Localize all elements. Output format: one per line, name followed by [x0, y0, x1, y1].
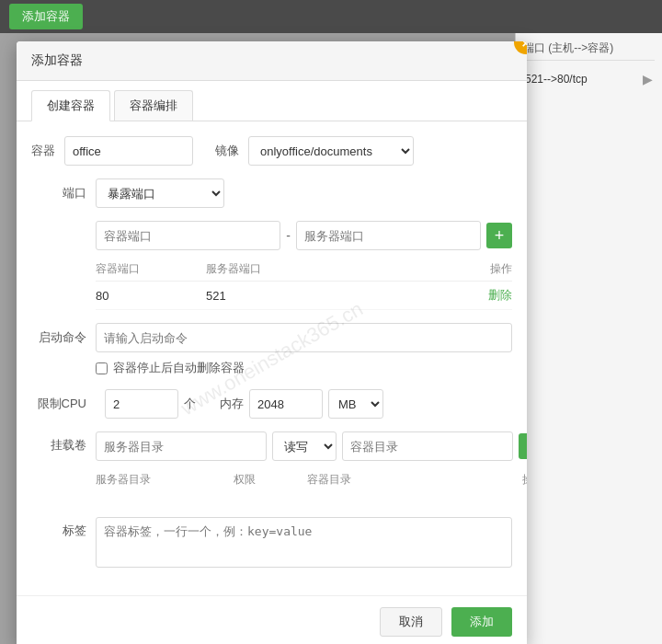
port-table-header: 容器端口 服务器端口 操作	[96, 258, 512, 282]
port-table: 容器端口 服务器端口 操作 80 521 删除	[31, 258, 512, 310]
mem-section: 内存 MB GB	[220, 389, 383, 419]
submit-button[interactable]: 添加	[451, 607, 512, 637]
col-header-container-dir: 容器目录	[307, 472, 489, 488]
tab-create-container[interactable]: 创建容器	[31, 90, 110, 121]
port-panel-title: 端口 (主机-->容器)	[523, 40, 655, 61]
auto-delete-checkbox[interactable]	[96, 362, 108, 374]
col-header-permission: 权限	[234, 472, 307, 488]
image-label: 镜像	[215, 143, 239, 159]
container-port-input[interactable]	[96, 221, 280, 250]
top-bar: 添加容器	[0, 0, 662, 33]
startup-label: 启动命令	[31, 329, 86, 346]
mount-input-row: 读写 只读 +	[96, 431, 527, 461]
mount-table-header: 服务器目录 权限 容器目录 操作	[96, 468, 527, 491]
startup-command-input[interactable]	[96, 323, 512, 352]
server-port-input[interactable]	[296, 221, 481, 250]
container-dir-input[interactable]	[342, 431, 513, 461]
mem-unit-select[interactable]: MB GB	[328, 389, 383, 419]
cancel-button[interactable]: 取消	[380, 607, 442, 637]
port-label: 端口	[31, 185, 86, 201]
startup-row: 启动命令	[31, 323, 512, 352]
col-header-server-port: 服务器端口	[206, 261, 316, 277]
tab-bar: 创建容器 容器编排	[17, 81, 527, 121]
modal-body: www.oneinstack365.cn 容器 镜像 onlyoffice/do…	[17, 121, 527, 595]
add-mount-button[interactable]: +	[519, 433, 527, 459]
port-table-row: 80 521 删除	[96, 282, 512, 310]
arrow-icon: ▶	[643, 72, 653, 86]
container-image-row: 容器 镜像 onlyoffice/documents	[31, 136, 512, 166]
tag-label: 标签	[31, 523, 86, 539]
tab-container-orchestration[interactable]: 容器编排	[114, 90, 193, 121]
auto-delete-row: 容器停止后自动删除容器	[31, 360, 512, 376]
port-panel: 端口 (主机-->容器) 521-->80/tcp ▶	[515, 33, 662, 644]
port-row-action: 删除	[316, 287, 512, 304]
port-value: 521-->80/tcp	[525, 73, 588, 86]
modal-footer: 取消 添加	[17, 595, 527, 644]
col-header-action: 操作	[316, 261, 512, 277]
mount-section: 读写 只读 + 服务器目录 权限 容器目录 操作	[96, 431, 527, 504]
image-select[interactable]: onlyoffice/documents	[248, 136, 414, 166]
cpu-input[interactable]	[105, 389, 178, 419]
add-container-modal: × 添加容器 创建容器 容器编排 www.oneinstack365.cn 容器…	[17, 41, 527, 644]
mem-input[interactable]	[249, 389, 323, 419]
modal-title: 添加容器	[31, 52, 83, 69]
tags-textarea[interactable]	[96, 517, 512, 568]
col-header-server-dir: 服务器目录	[96, 472, 234, 488]
cpu-mem-row: 限制CPU 个 内存 MB GB	[31, 389, 512, 419]
auto-delete-label: 容器停止后自动删除容器	[113, 360, 245, 376]
server-dir-input[interactable]	[96, 431, 267, 461]
mem-label: 内存	[220, 396, 244, 412]
delete-port-button[interactable]: 删除	[488, 287, 512, 304]
cpu-label: 限制CPU	[31, 396, 86, 412]
port-row: 521-->80/tcp ▶	[523, 68, 655, 90]
col-header-op: 操作	[489, 472, 527, 488]
cpu-unit: 个	[184, 396, 196, 412]
permission-select[interactable]: 读写 只读	[272, 431, 337, 461]
add-port-button[interactable]: +	[486, 223, 512, 248]
mount-label-row: 挂载卷 读写 只读 + 服务器目录 权限 容器目录 操作	[31, 431, 512, 504]
port-row-container: 80	[96, 289, 206, 303]
cpu-section: 个	[105, 389, 196, 419]
port-separator: -	[286, 228, 291, 243]
modal-header: 添加容器	[17, 41, 527, 81]
mount-table: 服务器目录 权限 容器目录 操作	[96, 468, 527, 491]
tags-row: 标签	[31, 517, 512, 568]
mount-label: 挂载卷	[31, 437, 86, 454]
port-row-server: 521	[206, 289, 316, 303]
port-type-select[interactable]: 暴露端口	[96, 178, 224, 208]
col-header-container-port: 容器端口	[96, 261, 206, 277]
port-type-row: 端口 暴露端口	[31, 178, 512, 208]
container-name-input[interactable]	[64, 136, 193, 166]
container-label: 容器	[31, 143, 55, 159]
port-input-row: - +	[31, 221, 512, 250]
add-container-top-button[interactable]: 添加容器	[9, 4, 83, 29]
